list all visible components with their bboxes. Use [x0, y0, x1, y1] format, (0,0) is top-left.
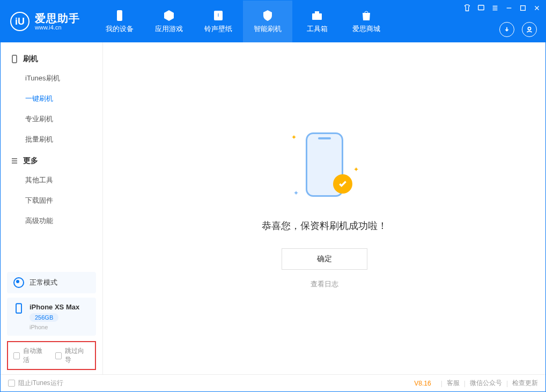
section-title: 更多: [23, 156, 38, 166]
sidebar-item-itunes-flash[interactable]: iTunes刷机: [1, 68, 102, 88]
footer: 阻止iTunes运行 V8.16 | 客服 | 微信公众号 | 检查更新: [1, 374, 545, 391]
sidebar-section-more: 更多: [1, 150, 102, 170]
shopping-bag-icon: [360, 9, 373, 22]
mode-card[interactable]: 正常模式: [7, 272, 96, 293]
success-message: 恭喜您，保资料刷机成功啦！: [262, 219, 387, 232]
sidebar-item-oneclick-flash[interactable]: 一键刷机: [1, 88, 102, 109]
checkbox-skip-guide[interactable]: 跳过向导: [55, 346, 90, 365]
section-title: 刷机: [23, 54, 38, 64]
tab-label: 智能刷机: [254, 24, 282, 34]
separator: |: [441, 380, 442, 387]
device-card[interactable]: iPhone XS Max 256GB iPhone: [7, 298, 96, 336]
music-note-icon: [212, 9, 225, 22]
svg-rect-7: [12, 55, 17, 63]
sidebar-item-batch-flash[interactable]: 批量刷机: [1, 129, 102, 150]
tab-apps-games[interactable]: 应用游戏: [144, 1, 194, 42]
footer-link-wechat[interactable]: 微信公众号: [470, 379, 502, 388]
device-name: iPhone XS Max: [29, 303, 79, 311]
brand-text: 爱思助手 www.i4.cn: [35, 12, 80, 31]
menu-icon[interactable]: [491, 4, 499, 12]
minimize-button[interactable]: [505, 4, 513, 12]
svg-rect-3: [315, 11, 319, 13]
list-icon: [10, 157, 19, 165]
checkbox-auto-activate[interactable]: 自动激活: [13, 346, 48, 365]
tab-toolbox[interactable]: 工具箱: [292, 1, 342, 42]
cube-icon: [163, 9, 175, 22]
download-icon[interactable]: [499, 22, 514, 37]
svg-rect-5: [521, 6, 526, 11]
sparkle-icon: ✦: [293, 189, 299, 197]
sidebar-item-download-firmware[interactable]: 下载固件: [1, 190, 102, 211]
brand-subtitle: www.i4.cn: [35, 24, 80, 31]
footer-link-check-update[interactable]: 检查更新: [512, 379, 538, 388]
sidebar-item-pro-flash[interactable]: 专业刷机: [1, 109, 102, 129]
checkbox-box-icon: [13, 352, 20, 359]
tab-label: 工具箱: [307, 24, 328, 34]
check-badge-icon: [333, 174, 352, 194]
footer-right: V8.16 | 客服 | 微信公众号 | 检查更新: [414, 379, 538, 388]
brand-logo-icon: iU: [10, 12, 29, 31]
header-account-icons: [499, 22, 537, 37]
header: iU 爱思助手 www.i4.cn 我的设备 应用游戏 铃声壁纸 智能刷机: [1, 1, 545, 42]
sparkle-icon: ✦: [291, 134, 297, 141]
toolbox-icon: [311, 9, 323, 22]
app-window: iU 爱思助手 www.i4.cn 我的设备 应用游戏 铃声壁纸 智能刷机: [0, 0, 546, 392]
close-button[interactable]: [533, 4, 541, 12]
tab-label: 爱思商城: [352, 24, 380, 34]
device-phone-icon: [13, 303, 24, 314]
shirt-icon[interactable]: [463, 4, 471, 12]
tab-store[interactable]: 爱思商城: [342, 1, 391, 42]
mode-status-icon: [13, 277, 24, 288]
tab-smart-flash[interactable]: 智能刷机: [243, 1, 292, 42]
svg-point-6: [528, 27, 530, 30]
checkbox-block-itunes[interactable]: 阻止iTunes运行: [8, 379, 63, 388]
tab-ringtones-wallpapers[interactable]: 铃声壁纸: [194, 1, 243, 42]
maximize-button[interactable]: [519, 4, 527, 12]
svg-rect-4: [478, 5, 484, 10]
brand: iU 爱思助手 www.i4.cn: [1, 1, 90, 42]
device-type: iPhone: [29, 324, 79, 330]
ok-button[interactable]: 确定: [282, 248, 367, 270]
sidebar-item-other-tools[interactable]: 其他工具: [1, 170, 102, 190]
window-controls: [463, 4, 541, 12]
sparkle-icon: ✦: [353, 166, 359, 173]
feedback-icon[interactable]: [477, 4, 485, 12]
body: 刷机 iTunes刷机 一键刷机 专业刷机 批量刷机 更多 其他工具 下载固件 …: [1, 42, 545, 374]
checkbox-label: 阻止iTunes运行: [18, 379, 63, 388]
nav-tabs: 我的设备 应用游戏 铃声壁纸 智能刷机 工具箱 爱思商城: [95, 1, 391, 42]
svg-rect-0: [117, 10, 122, 21]
mode-label: 正常模式: [29, 278, 57, 287]
footer-link-support[interactable]: 客服: [447, 379, 460, 388]
device-storage: 256GB: [29, 313, 58, 322]
sidebar: 刷机 iTunes刷机 一键刷机 专业刷机 批量刷机 更多 其他工具 下载固件 …: [1, 42, 102, 374]
sidebar-bottom: 正常模式 iPhone XS Max 256GB iPhone 自动激活: [1, 267, 102, 374]
brand-title: 爱思助手: [35, 12, 80, 24]
sidebar-section-flash: 刷机: [1, 48, 102, 68]
shield-refresh-icon: [261, 9, 274, 22]
tab-label: 铃声壁纸: [204, 24, 232, 34]
checkbox-box-icon: [55, 352, 62, 359]
main-content: ✦ ✦ ✦ 恭喜您，保资料刷机成功啦！ 确定 查看日志: [102, 42, 545, 374]
highlighted-checkbox-row: 自动激活 跳过向导: [7, 341, 96, 370]
user-icon[interactable]: [522, 22, 537, 37]
tab-my-device[interactable]: 我的设备: [95, 1, 144, 42]
svg-rect-8: [16, 304, 21, 313]
version-label: V8.16: [414, 380, 431, 387]
sidebar-item-advanced[interactable]: 高级功能: [1, 211, 102, 231]
view-log-link[interactable]: 查看日志: [311, 279, 338, 289]
checkbox-label: 跳过向导: [65, 346, 90, 365]
checkbox-label: 自动激活: [23, 346, 48, 365]
tab-label: 我的设备: [106, 24, 134, 34]
tab-label: 应用游戏: [155, 24, 183, 34]
separator: |: [464, 380, 466, 387]
device-info: iPhone XS Max 256GB iPhone: [29, 303, 79, 330]
success-illustration: ✦ ✦ ✦: [287, 128, 362, 203]
phone-outline-icon: [10, 55, 19, 63]
separator: |: [506, 380, 508, 387]
checkbox-box-icon: [8, 380, 15, 387]
svg-rect-2: [312, 13, 322, 20]
phone-icon: [113, 9, 126, 22]
